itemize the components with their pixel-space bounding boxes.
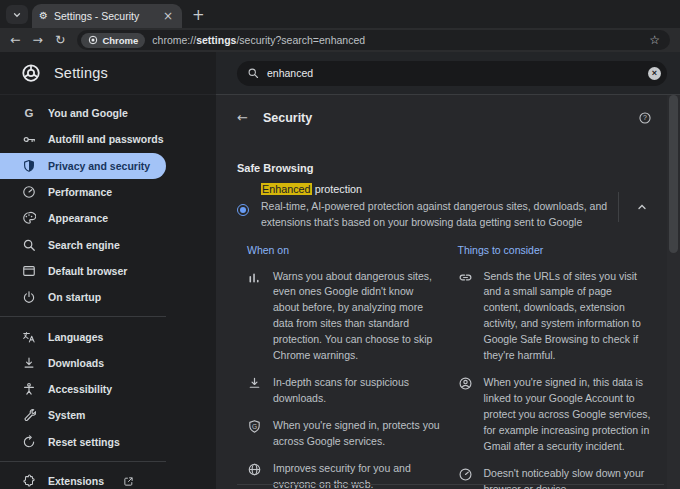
wrench-icon [21, 408, 37, 422]
clear-search-button[interactable]: × [648, 67, 661, 80]
settings-sidebar: G You and Google Autofill and passwords … [0, 95, 216, 489]
chrome-settings-logo-icon [21, 63, 41, 83]
close-icon[interactable]: × [161, 10, 175, 22]
back-arrow-icon[interactable]: ← [10, 34, 20, 47]
search-highlight: Enhanced [261, 183, 312, 195]
search-icon [21, 238, 37, 252]
chromium-logo-icon [88, 35, 98, 45]
sidebar-item-privacy-and-security[interactable]: Privacy and security [0, 153, 166, 179]
shield-g-icon: G [247, 419, 262, 450]
url-text: chrome://settings/security?search=enhanc… [152, 34, 642, 46]
security-page-title: Security [263, 111, 312, 125]
analytics-icon [247, 270, 262, 365]
key-icon [21, 132, 37, 147]
palette-icon [21, 211, 37, 225]
bookmark-star-icon[interactable]: ☆ [649, 34, 666, 46]
settings-header-left: Settings [0, 52, 216, 95]
when-on-heading: When on [247, 244, 442, 256]
gear-icon: ⚙ [39, 11, 48, 21]
forward-arrow-icon[interactable]: → [32, 34, 42, 47]
sidebar-item-you-and-google[interactable]: G You and Google [0, 100, 166, 126]
safe-browsing-heading: Safe Browsing [237, 162, 652, 174]
download-scan-icon [247, 376, 262, 407]
sidebar-item-autofill[interactable]: Autofill and passwords [0, 126, 166, 152]
chrome-badge: Chrome [81, 33, 145, 48]
settings-header: Settings enhanced × [0, 52, 680, 95]
speedometer-icon [21, 185, 37, 199]
sidebar-item-languages[interactable]: Languages [0, 323, 166, 349]
list-item: In-depth scans for suspicious downloads. [247, 375, 442, 407]
enhanced-protection-description: Real-time, AI-powered protection against… [261, 199, 610, 231]
browser-window-icon [21, 264, 37, 278]
tab-title: Settings - Security [54, 10, 155, 22]
tab-search-button[interactable] [6, 5, 28, 24]
chrome-badge-label: Chrome [102, 35, 138, 46]
security-page: ← Security ? Safe Browsing Enhanced prot… [216, 95, 680, 489]
new-tab-button[interactable]: + [192, 8, 205, 23]
list-item: G When you're signed in, protects you ac… [247, 418, 442, 450]
protection-details: When on Warns you about dangerous sites,… [237, 244, 652, 489]
sidebar-item-accessibility[interactable]: Accessibility [0, 376, 166, 402]
scrollbar-thumb[interactable] [669, 95, 678, 253]
sidebar-divider [0, 461, 166, 462]
download-icon [21, 356, 37, 370]
sidebar-item-reset-settings[interactable]: Reset settings [0, 429, 166, 455]
when-on-column: When on Warns you about dangerous sites,… [247, 244, 442, 489]
sidebar-divider [0, 316, 166, 317]
enhanced-protection-title: Enhanced protection [261, 183, 610, 195]
enhanced-protection-radio[interactable] [237, 204, 249, 216]
settings-search-input[interactable]: enhanced × [237, 61, 667, 86]
puzzle-icon [21, 474, 37, 488]
tab-strip: ⚙ Settings - Security × + [0, 0, 680, 28]
list-item: Doesn't noticeably slow down your browse… [458, 466, 653, 489]
list-item: When you're signed in, this data is link… [458, 375, 653, 455]
vertical-divider [618, 192, 619, 222]
reset-icon [21, 435, 37, 449]
search-value: enhanced [267, 67, 640, 79]
power-icon [21, 290, 37, 304]
sidebar-item-appearance[interactable]: Appearance [0, 205, 166, 231]
accessibility-icon [21, 382, 37, 396]
settings-header-right: enhanced × [216, 52, 680, 95]
sidebar-item-performance[interactable]: Performance [0, 179, 166, 205]
sidebar-item-search-engine[interactable]: Search engine [0, 231, 166, 257]
help-icon[interactable]: ? [638, 111, 652, 125]
browser-window: ⚙ Settings - Security × + ← → ↻ Chrome c… [0, 0, 680, 489]
list-item: Warns you about dangerous sites, even on… [247, 269, 442, 365]
sidebar-item-on-startup[interactable]: On startup [0, 284, 166, 310]
sidebar-item-system[interactable]: System [0, 402, 166, 428]
scrollbar[interactable] [667, 95, 680, 489]
tab-settings-security[interactable]: ⚙ Settings - Security × [32, 4, 182, 28]
speedometer-icon [458, 467, 473, 489]
page-title: Settings [54, 65, 108, 81]
sidebar-item-downloads[interactable]: Downloads [0, 350, 166, 376]
open-in-new-icon [123, 476, 134, 487]
option-controls [618, 183, 652, 231]
chevron-down-icon [12, 10, 22, 20]
back-arrow-icon[interactable]: ← [237, 111, 248, 124]
reload-icon[interactable]: ↻ [55, 34, 65, 47]
enhanced-protection-option: Enhanced protection Real-time, AI-powere… [237, 183, 652, 231]
chevron-up-icon[interactable] [632, 197, 652, 217]
google-g-icon: G [21, 107, 37, 119]
account-circle-icon [458, 376, 473, 455]
svg-text:G: G [252, 423, 257, 430]
address-bar[interactable]: Chrome chrome://settings/security?search… [77, 30, 670, 50]
page-head: ← Security ? [237, 104, 652, 131]
link-icon [458, 270, 473, 365]
section-divider [237, 484, 664, 485]
translate-icon [21, 330, 37, 344]
things-to-consider-column: Things to consider Sends the URLs of sit… [458, 244, 653, 489]
enhanced-protection-text: Enhanced protection Real-time, AI-powere… [261, 183, 610, 231]
browser-toolbar: ← → ↻ Chrome chrome://settings/security?… [0, 28, 680, 52]
sidebar-item-default-browser[interactable]: Default browser [0, 258, 166, 284]
search-icon [247, 67, 259, 79]
things-to-consider-heading: Things to consider [458, 244, 653, 256]
sidebar-item-extensions[interactable]: Extensions [0, 468, 166, 489]
list-item: Sends the URLs of sites you visit and a … [458, 269, 653, 365]
svg-text:?: ? [643, 114, 647, 121]
shield-icon [21, 159, 37, 173]
